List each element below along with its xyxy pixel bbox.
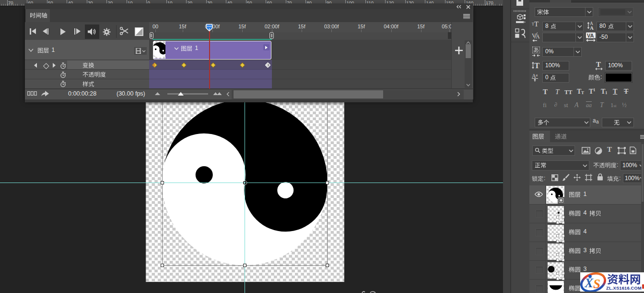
svg-text:T: T: [535, 61, 540, 70]
svg-text:VA: VA: [587, 33, 594, 38]
svg-text:a: a: [536, 73, 538, 77]
svg-text:T: T: [596, 61, 601, 68]
svg-text:X: X: [584, 276, 594, 290]
svg-text:S: S: [593, 277, 600, 291]
svg-text:A: A: [590, 25, 594, 30]
